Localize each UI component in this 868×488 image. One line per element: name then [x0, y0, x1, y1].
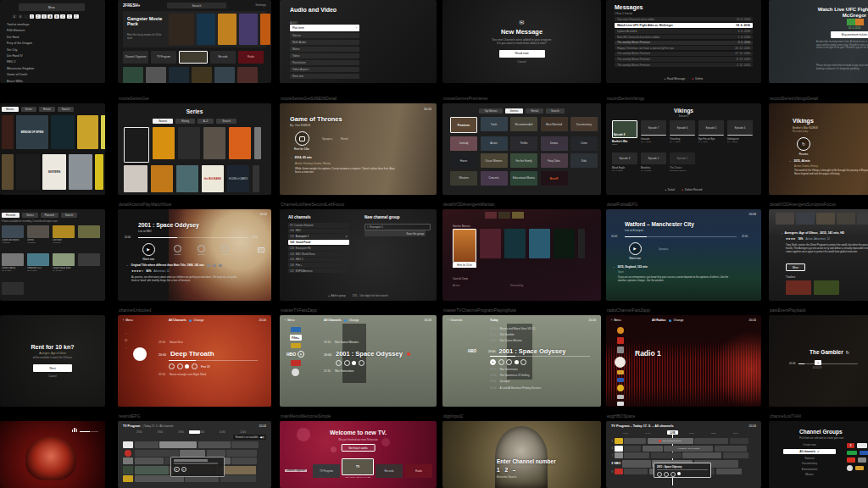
search-field[interactable]: Search	[167, 3, 226, 8]
record-item[interactable]	[2, 282, 24, 295]
read-message-hint[interactable]: Read Message	[667, 77, 685, 80]
group-item[interactable]: Entertainment	[802, 468, 818, 471]
poster[interactable]	[554, 229, 575, 258]
now-title[interactable]: 2001 : Space Odyssey	[499, 347, 566, 355]
channel-row-checked[interactable]: 101 Eurosport 1✓	[288, 234, 349, 239]
channel-row[interactable]: 100 HBO	[288, 229, 349, 234]
tab-movies[interactable]: Movies	[2, 107, 19, 112]
genre-card[interactable]: For the Family	[510, 153, 537, 168]
channel-logo-chip[interactable]	[123, 458, 133, 464]
rent-button[interactable]	[295, 131, 309, 146]
resume-button[interactable]: ↻	[797, 137, 810, 151]
option-icon[interactable]	[359, 360, 364, 366]
key[interactable]: 2	[36, 14, 41, 19]
option-dot-icon[interactable]	[515, 360, 519, 364]
tab-series[interactable]: Series	[22, 213, 38, 218]
watch-now-button[interactable]: ▶	[142, 243, 155, 256]
more-button[interactable]: More	[786, 263, 805, 271]
row-title[interactable]: Star Dance Minutes	[500, 339, 522, 342]
poster[interactable]	[124, 165, 147, 192]
tab-series[interactable]: Series	[21, 107, 37, 112]
synopsis-label[interactable]: Synopsis	[322, 137, 332, 141]
episode-card[interactable]: Episode 1 The Choice deleted in 2 days	[670, 152, 695, 172]
channel-row[interactable]: 106 Film+	[288, 263, 349, 268]
program-block[interactable]	[715, 446, 747, 452]
program-block[interactable]	[682, 452, 721, 458]
program-block[interactable]	[694, 438, 728, 444]
channel-logo-chip[interactable]	[615, 452, 623, 458]
tooltip-play-icon[interactable]: ▶	[174, 467, 180, 473]
tab-newest[interactable]: Newest	[153, 119, 173, 124]
poster-focused[interactable]	[124, 127, 149, 163]
channel-row[interactable]: 99 Cartoon Network	[288, 223, 349, 228]
tooltip-icon[interactable]: ▪	[657, 472, 662, 477]
group-item[interactable]: Movies	[805, 473, 814, 476]
genre-card[interactable]: Fairy Tales	[541, 153, 568, 168]
search-result[interactable]: Die Hard	[7, 36, 34, 39]
key[interactable]: 6	[18, 14, 23, 19]
settings-item-selected[interactable]: Flat item›	[290, 25, 359, 31]
record-item[interactable]: Čovjek od željezaYesterday	[2, 225, 24, 243]
genre-card[interactable]: Thriller	[510, 136, 537, 151]
search-result[interactable]: Bruce Willis	[7, 80, 34, 83]
settings-item[interactable]: Stereo	[290, 33, 359, 39]
settings-item[interactable]: Video Aspect	[290, 67, 359, 73]
menu-link[interactable]: Menu	[614, 319, 620, 322]
settings-link[interactable]: Settings	[255, 3, 266, 7]
genre-card[interactable]: Comedy	[450, 136, 477, 151]
timeline-marker[interactable]	[189, 430, 200, 434]
episode-card[interactable]: Episode 5 Eye For an Eye 5. 4. 2016	[698, 120, 724, 146]
channel-filter[interactable]: All Channels	[169, 319, 186, 322]
episode-card[interactable]: Episode 2 Boneless 14. 3. 2016	[641, 152, 666, 172]
channel-logo-chip[interactable]	[125, 450, 131, 457]
key[interactable]: Č	[67, 14, 72, 19]
rent-button[interactable]: Rent	[33, 364, 72, 372]
channel-logo-chip[interactable]	[857, 443, 867, 448]
message-row[interactable]: The weekly Movie Premiere17. 12. 2015	[615, 52, 753, 56]
tab-search[interactable]: Search	[216, 119, 236, 124]
menu-card-tv-focused[interactable]	[179, 51, 208, 64]
subtitles-button[interactable]	[221, 245, 229, 252]
prev-title[interactable]: Star Dance Minutes	[335, 341, 359, 344]
genre-card[interactable]: Most Watched	[541, 117, 568, 131]
channel-logo-chip[interactable]	[291, 343, 301, 348]
poster[interactable]	[169, 67, 189, 83]
station-logo-chip[interactable]	[617, 327, 624, 334]
station-logo-chip[interactable]	[617, 402, 624, 406]
option-icon[interactable]	[506, 359, 512, 365]
menu-link[interactable]: Menu	[287, 319, 294, 322]
progress-bar[interactable]	[625, 236, 737, 237]
tab-records[interactable]: Records	[2, 213, 19, 218]
group-channel-row[interactable]: 1 Eurosport 1	[364, 224, 431, 230]
search-result[interactable]: RED 2	[7, 60, 34, 64]
channel-logo-chip[interactable]: 5	[847, 443, 854, 448]
key[interactable]: 3	[42, 14, 47, 19]
channel-logo-chip[interactable]	[291, 327, 301, 332]
program-block[interactable]	[723, 452, 748, 458]
row-title[interactable]: War Generation	[500, 368, 518, 371]
program-block[interactable]	[180, 450, 205, 457]
poster[interactable]	[16, 154, 40, 190]
group-item-selected[interactable]: All channels✓	[783, 449, 836, 455]
message-row[interactable]: Two new Channels were added20. 6. 2016	[615, 17, 753, 21]
channel-logo-chip[interactable]	[615, 438, 623, 444]
group-item[interactable]: National	[804, 457, 814, 460]
episode-card[interactable]: Episode 4 Unforgiven 29. 3. 2016	[727, 120, 753, 146]
cancel-button[interactable]: Cancel	[48, 374, 56, 378]
channel-logo-film[interactable]	[615, 446, 623, 452]
menu-card-radio[interactable]: Radio	[238, 51, 264, 64]
message-row[interactable]: The weekly Movie Premiere1. 12. 2015	[615, 63, 753, 67]
record-item[interactable]: Lion ManYesterday	[53, 225, 75, 243]
menu-link[interactable]: Menu	[125, 319, 132, 322]
channel-row[interactable]: 107 ESPN America	[288, 269, 349, 274]
poster[interactable]	[153, 127, 175, 159]
next-title[interactable]: War Generation	[335, 369, 353, 373]
tab-search[interactable]: Search	[546, 108, 565, 114]
record-item[interactable]: Simpsons S2412. 2. 2016	[27, 253, 49, 271]
poster[interactable]: the BiG BANG	[202, 165, 224, 192]
poster[interactable]	[146, 67, 166, 83]
message-row[interactable]: The weekly Movie Premiere8. 12. 2015	[615, 57, 753, 61]
record-dot-icon[interactable]	[185, 364, 189, 369]
tab-genres[interactable]: Genres	[505, 108, 524, 114]
program-block[interactable]	[220, 475, 256, 482]
